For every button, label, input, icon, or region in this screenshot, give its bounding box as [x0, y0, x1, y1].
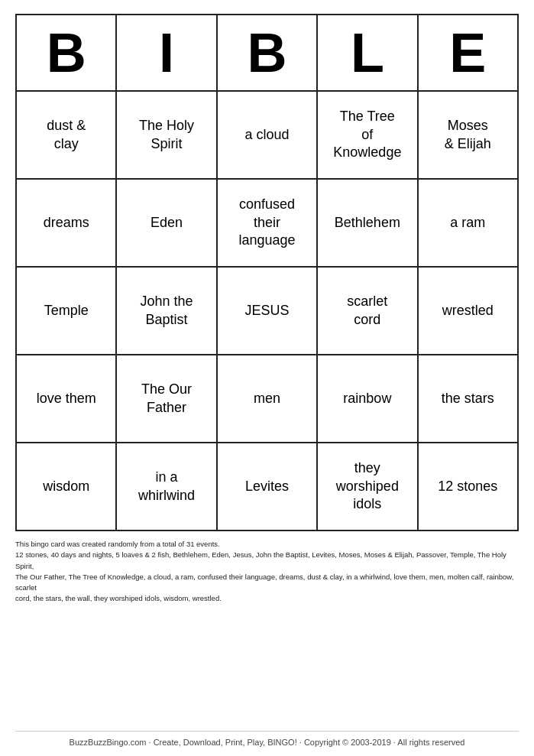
cell-r4-c3: men — [217, 355, 317, 443]
cell-r2-c2: Eden — [116, 179, 216, 267]
cell-r2-c1: dreams — [16, 179, 116, 267]
header-letter-b: B — [16, 15, 116, 91]
cell-r5-c3: Levites — [217, 443, 317, 530]
cell-r5-c5: 12 stones — [418, 443, 518, 530]
row-4: love themThe OurFathermenrainbowthe star… — [16, 355, 518, 443]
cell-r1-c1: dust &clay — [16, 91, 116, 179]
cell-r4-c1: love them — [16, 355, 116, 443]
row-3: TempleJohn theBaptistJESUSscarletcordwre… — [16, 267, 518, 355]
notes-line2: 12 stones, 40 days and nights, 5 loaves … — [15, 550, 519, 572]
cell-r3-c5: wrestled — [418, 267, 518, 355]
cell-r2-c4: Bethlehem — [317, 179, 417, 267]
cell-r5-c2: in awhirlwind — [116, 443, 216, 530]
cell-r3-c2: John theBaptist — [116, 267, 216, 355]
cell-r1-c5: Moses& Elijah — [418, 91, 518, 179]
cell-r5-c4: theyworshipedidols — [317, 443, 417, 530]
cell-r3-c1: Temple — [16, 267, 116, 355]
row-5: wisdomin awhirlwindLevitestheyworshipedi… — [16, 443, 518, 530]
notes-line1: This bingo card was created randomly fro… — [15, 539, 519, 550]
cell-r4-c2: The OurFather — [116, 355, 216, 443]
header-letter-b: B — [217, 15, 317, 91]
cell-r4-c5: the stars — [418, 355, 518, 443]
footer-brand: BuzzBuzzBingo.com · Create, Download, Pr… — [15, 731, 519, 747]
cell-r3-c3: JESUS — [217, 267, 317, 355]
cell-r1-c4: The TreeofKnowledge — [317, 91, 417, 179]
cell-r1-c2: The HolySpirit — [116, 91, 216, 179]
header-letter-i: I — [116, 15, 216, 91]
header-letter-e: E — [418, 15, 518, 91]
bingo-card: BIBLEdust &clayThe HolySpirita cloudThe … — [0, 0, 534, 756]
cell-r4-c4: rainbow — [317, 355, 417, 443]
footer-notes: This bingo card was created randomly fro… — [15, 539, 519, 605]
row-1: dust &clayThe HolySpirita cloudThe Treeo… — [16, 91, 518, 179]
cell-r1-c3: a cloud — [217, 91, 317, 179]
cell-r2-c5: a ram — [418, 179, 518, 267]
cell-r2-c3: confusedtheirlanguage — [217, 179, 317, 267]
notes-line3: The Our Father, The Tree of Knowledge, a… — [15, 572, 519, 594]
cell-r5-c1: wisdom — [16, 443, 116, 530]
row-2: dreamsEdenconfusedtheirlanguageBethlehem… — [16, 179, 518, 267]
cell-r3-c4: scarletcord — [317, 267, 417, 355]
bingo-table: BIBLEdust &clayThe HolySpirita cloudThe … — [15, 14, 519, 531]
notes-line4: cord, the stars, the wall, they worshipe… — [15, 593, 519, 604]
header-letter-l: L — [317, 15, 417, 91]
